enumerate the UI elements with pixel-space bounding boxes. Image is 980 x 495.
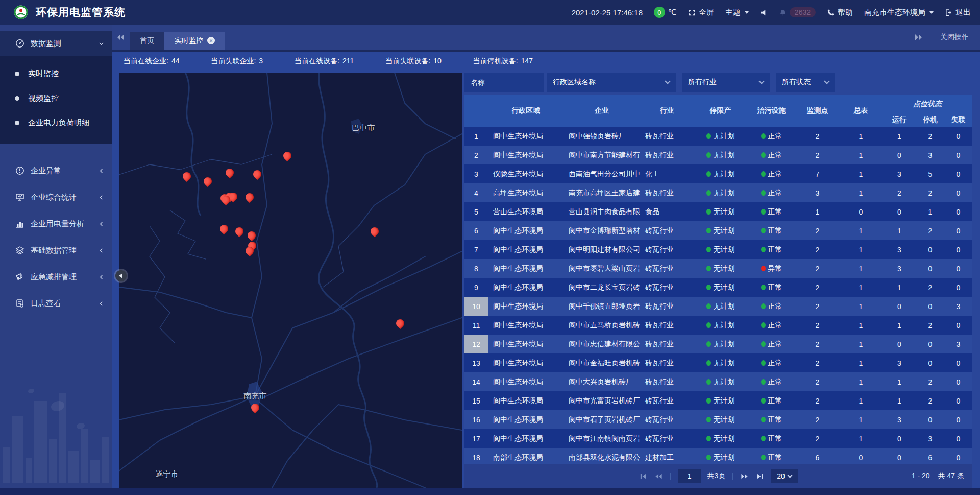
cell-company: 阆中大兴页岩机砖厂 xyxy=(564,372,640,391)
fullscreen-button[interactable]: 全屏 xyxy=(688,8,714,17)
table-row[interactable]: 10阆中生态环境局阆中千佛镇五郎垭页岩砖瓦行业无计划正常21003 xyxy=(464,297,972,316)
table-row[interactable]: 12阆中生态环境局阆中市忠信建材有限公砖瓦行业无计划正常21003 xyxy=(464,335,972,353)
table-row[interactable]: 16阆中生态环境局阆中市石子页岩机砖厂砖瓦行业无计划正常21300 xyxy=(464,410,972,429)
row-index: 2 xyxy=(464,146,488,164)
table-row[interactable]: 8阆中生态环境局阆中市枣碧大梁山页岩砖瓦行业无计划异常21300 xyxy=(464,259,972,278)
cell-lost-count: 0 xyxy=(944,278,972,297)
sidebar-item-log-view[interactable]: 日志查看 xyxy=(0,290,112,317)
gauge-icon xyxy=(15,39,24,48)
table-row[interactable]: 18南部生态环境局南部县双化水泥有限公建材加工无计划正常60060 xyxy=(464,448,972,465)
table-row[interactable]: 14阆中生态环境局阆中大兴页岩机砖厂砖瓦行业无计划正常21120 xyxy=(464,372,972,391)
cell-region: 阆中生态环境局 xyxy=(488,146,564,164)
help-button[interactable]: 帮助 xyxy=(827,8,853,17)
chevron-down-icon xyxy=(824,78,829,84)
tabs-scroll-left-button[interactable] xyxy=(112,29,130,46)
status-dot xyxy=(706,190,711,196)
cell-region: 阆中生态环境局 xyxy=(488,221,564,240)
table-row[interactable]: 17阆中生态环境局阆中市江南镇阆南页岩砖瓦行业无计划正常21030 xyxy=(464,429,972,448)
chevron-down-icon xyxy=(758,78,764,84)
cell-stop-status: 无计划 xyxy=(694,297,747,316)
name-filter-input[interactable] xyxy=(464,73,544,92)
table-row[interactable]: 15阆中生态环境局阆中市光富页岩机砖厂砖瓦行业无计划正常21120 xyxy=(464,391,972,410)
page-number-input[interactable] xyxy=(678,469,701,483)
table-row[interactable]: 2阆中生态环境局阆中市南方节能建材有砖瓦行业无计划正常21030 xyxy=(464,146,972,164)
map-panel[interactable]: 巴中市南充市遂宁市 xyxy=(119,73,462,488)
table-row[interactable]: 11阆中生态环境局阆中市五马桥页岩机砖砖瓦行业无计划正常21120 xyxy=(464,316,972,335)
cell-stopped-count: 3 xyxy=(916,146,944,164)
status-dot xyxy=(706,247,711,252)
table-row[interactable]: 4高坪生态环境局南充市高坪区王家店建砖瓦行业无计划正常31220 xyxy=(464,183,972,202)
table-row[interactable]: 13阆中生态环境局阆中市金福旺页岩机砖砖瓦行业无计划正常21300 xyxy=(464,353,972,372)
status-dot xyxy=(706,171,711,177)
tabs-scroll-right-button[interactable] xyxy=(910,29,927,46)
cell-lost-count: 0 xyxy=(944,429,972,448)
temperature: 0 ℃ xyxy=(654,7,677,18)
datetime: 2021-02-25 17:46:18 xyxy=(572,8,643,17)
sidebar-item-company-statistics[interactable]: 企业综合统计 xyxy=(0,184,112,210)
fullscreen-icon xyxy=(688,9,696,16)
cell-stopped-count: 2 xyxy=(916,183,944,202)
cell-run-count: 2 xyxy=(883,183,916,202)
alert-circle-icon xyxy=(15,166,24,175)
cell-lost-count: 0 xyxy=(944,448,972,465)
sidebar-group-data-monitor[interactable]: 数据监测 xyxy=(0,31,112,56)
status-filter-select[interactable]: 所有状态 xyxy=(776,73,835,92)
cell-facility-status: 正常 xyxy=(747,127,796,146)
col-header-total: 总表 xyxy=(839,95,883,127)
last-page-icon xyxy=(756,473,764,480)
cell-industry: 砖瓦行业 xyxy=(640,410,694,429)
row-index: 5 xyxy=(464,202,488,221)
tab-close-icon[interactable]: ✕ xyxy=(207,37,215,44)
cell-monitor-count: 6 xyxy=(796,448,839,465)
table-row[interactable]: 1阆中生态环境局阆中强锐页岩砖厂砖瓦行业无计划正常21120 xyxy=(464,127,972,146)
notification-badge: 2632 xyxy=(790,7,816,17)
previous-page-button[interactable] xyxy=(654,472,663,481)
status-dot xyxy=(706,436,711,441)
cell-stopped-count: 3 xyxy=(916,429,944,448)
notifications[interactable]: 2632 xyxy=(779,7,816,17)
sidebar-item-base-data[interactable]: 基础数据管理 xyxy=(0,237,112,264)
table-row[interactable]: 6阆中生态环境局阆中市金博瑞新型墙材砖瓦行业无计划正常21120 xyxy=(464,221,972,240)
cell-stop-status: 无计划 xyxy=(694,448,747,465)
tab-realtime-monitor[interactable]: 实时监控 ✕ xyxy=(164,32,225,50)
row-index: 15 xyxy=(464,391,488,410)
cell-total-meter: 0 xyxy=(839,448,883,465)
table-row[interactable]: 7阆中生态环境局阆中明阳建材有限公司砖瓦行业无计划正常21300 xyxy=(464,240,972,259)
sidebar-item-power-load-detail[interactable]: 企业电力负荷明细 xyxy=(0,110,112,135)
mute-button[interactable] xyxy=(760,9,768,16)
table-row[interactable]: 9阆中生态环境局阆中市二龙长宝页岩砖砖瓦行业无计划正常21120 xyxy=(464,278,972,297)
tab-home[interactable]: 首页 xyxy=(130,32,164,50)
last-page-button[interactable] xyxy=(755,472,765,481)
table-row[interactable]: 3仪陇生态环境局西南油气田分公司川中化工无计划正常71350 xyxy=(464,164,972,183)
user-org-dropdown[interactable]: 南充市生态环境局 xyxy=(864,8,934,17)
stat-online-devices: 当前在线设备:211 xyxy=(295,57,354,66)
table-row[interactable]: 5营山生态环境局营山县润丰肉食品有限食品无计划正常10010 xyxy=(464,202,972,221)
cell-facility-status: 正常 xyxy=(747,183,796,202)
cell-run-count: 1 xyxy=(883,221,916,240)
close-operations-button[interactable]: 关闭操作 xyxy=(940,33,969,42)
cell-facility-status: 正常 xyxy=(747,448,796,465)
cell-total-meter: 1 xyxy=(839,240,883,259)
sidebar-item-company-abnormal[interactable]: 企业异常 xyxy=(0,157,112,184)
first-page-button[interactable] xyxy=(639,472,648,481)
sidebar-item-emergency-reduction[interactable]: 应急减排管理 xyxy=(0,264,112,290)
page-size-select[interactable]: 20 xyxy=(771,469,798,483)
cell-run-count: 1 xyxy=(883,391,916,410)
status-dot xyxy=(706,152,711,158)
chevron-left-icon xyxy=(99,168,104,174)
cell-stopped-count: 0 xyxy=(916,353,944,372)
panel-collapse-button[interactable] xyxy=(115,270,127,281)
temperature-value: 0 xyxy=(654,7,665,18)
sidebar-item-video-monitor[interactable]: 视频监控 xyxy=(0,86,112,110)
industry-filter-select[interactable]: 所有行业 xyxy=(682,73,770,92)
region-filter-select[interactable]: 行政区域名称 xyxy=(547,73,676,92)
sidebar-item-power-analysis[interactable]: 企业用电量分析 xyxy=(0,210,112,237)
cell-total-meter: 1 xyxy=(839,391,883,410)
next-page-button[interactable] xyxy=(740,472,749,481)
sidebar-item-realtime-monitor[interactable]: 实时监控 xyxy=(0,61,112,86)
col-header-run: 运行 xyxy=(883,113,916,127)
cell-region: 阆中生态环境局 xyxy=(488,297,564,316)
logout-button[interactable]: 退出 xyxy=(945,8,971,17)
theme-dropdown[interactable]: 主题 xyxy=(725,8,749,17)
cell-stop-status: 无计划 xyxy=(694,164,747,183)
